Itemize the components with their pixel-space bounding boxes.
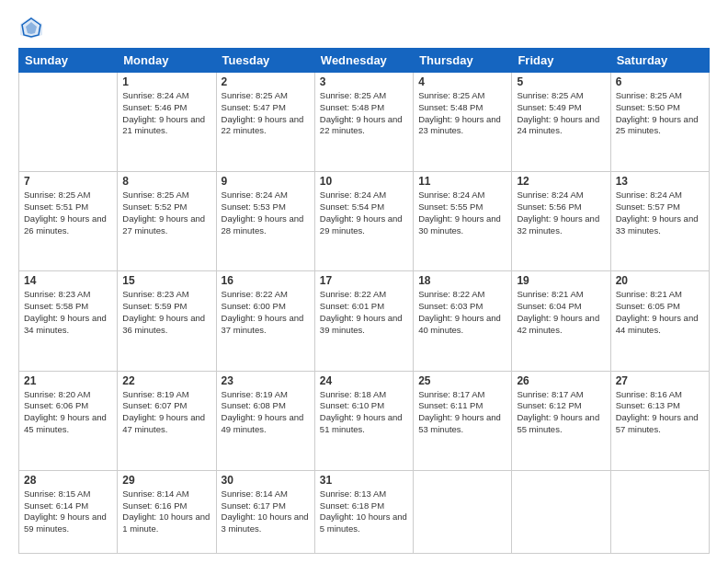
day-number: 22: [122, 374, 210, 387]
day-number: 15: [122, 274, 210, 287]
day-number: 14: [24, 274, 112, 287]
col-friday: Friday: [512, 49, 610, 73]
cell-info: Sunrise: 8:25 AMSunset: 5:51 PMDaylight:…: [24, 190, 112, 236]
day-number: 9: [222, 175, 310, 188]
calendar-cell: 13Sunrise: 8:24 AMSunset: 5:57 PMDayligh…: [610, 172, 709, 271]
cell-info: Sunrise: 8:25 AMSunset: 5:52 PMDaylight:…: [122, 190, 210, 236]
day-number: 31: [320, 474, 408, 487]
calendar-week-row: 28Sunrise: 8:15 AMSunset: 6:14 PMDayligh…: [19, 470, 710, 553]
calendar-cell: 24Sunrise: 8:18 AMSunset: 6:10 PMDayligh…: [314, 371, 413, 470]
day-number: 18: [418, 274, 506, 287]
cell-info: Sunrise: 8:19 AMSunset: 6:08 PMDaylight:…: [222, 389, 310, 436]
calendar-cell: 20Sunrise: 8:21 AMSunset: 6:05 PMDayligh…: [610, 271, 709, 371]
day-number: 16: [222, 274, 310, 287]
calendar-cell: 18Sunrise: 8:22 AMSunset: 6:03 PMDayligh…: [414, 271, 512, 371]
calendar-cell: 28Sunrise: 8:15 AMSunset: 6:14 PMDayligh…: [19, 470, 118, 553]
day-number: 2: [222, 75, 310, 88]
calendar-cell: 19Sunrise: 8:21 AMSunset: 6:04 PMDayligh…: [512, 271, 610, 371]
calendar-cell: 25Sunrise: 8:17 AMSunset: 6:11 PMDayligh…: [414, 371, 512, 470]
calendar-cell: 14Sunrise: 8:23 AMSunset: 5:58 PMDayligh…: [19, 271, 118, 371]
calendar-cell: [610, 470, 709, 553]
day-number: 13: [616, 175, 704, 188]
col-thursday: Thursday: [414, 49, 512, 73]
day-number: 30: [222, 474, 310, 487]
cell-info: Sunrise: 8:15 AMSunset: 6:14 PMDaylight:…: [24, 488, 112, 535]
calendar-cell: 21Sunrise: 8:20 AMSunset: 6:06 PMDayligh…: [19, 371, 118, 470]
calendar-cell: 6Sunrise: 8:25 AMSunset: 5:50 PMDaylight…: [610, 73, 709, 172]
calendar-week-row: 7Sunrise: 8:25 AMSunset: 5:51 PMDaylight…: [19, 172, 710, 271]
cell-info: Sunrise: 8:13 AMSunset: 6:18 PMDaylight:…: [320, 488, 408, 535]
cell-info: Sunrise: 8:24 AMSunset: 5:56 PMDaylight:…: [517, 190, 605, 236]
cell-info: Sunrise: 8:22 AMSunset: 6:03 PMDaylight:…: [418, 289, 506, 336]
calendar-cell: 8Sunrise: 8:25 AMSunset: 5:52 PMDaylight…: [118, 172, 216, 271]
logo-icon: [18, 15, 44, 40]
calendar-week-row: 14Sunrise: 8:23 AMSunset: 5:58 PMDayligh…: [19, 271, 710, 371]
cell-info: Sunrise: 8:17 AMSunset: 6:12 PMDaylight:…: [517, 389, 605, 436]
col-sunday: Sunday: [19, 49, 118, 73]
cell-info: Sunrise: 8:18 AMSunset: 6:10 PMDaylight:…: [320, 389, 408, 436]
calendar-cell: 1Sunrise: 8:24 AMSunset: 5:46 PMDaylight…: [118, 73, 216, 172]
day-number: 17: [320, 274, 408, 287]
logo: [18, 15, 48, 40]
day-number: 21: [24, 374, 112, 387]
cell-info: Sunrise: 8:24 AMSunset: 5:57 PMDaylight:…: [616, 190, 704, 236]
day-number: 6: [616, 75, 704, 88]
cell-info: Sunrise: 8:14 AMSunset: 6:17 PMDaylight:…: [222, 488, 310, 535]
calendar-cell: 11Sunrise: 8:24 AMSunset: 5:55 PMDayligh…: [414, 172, 512, 271]
day-number: 8: [122, 175, 210, 188]
calendar-week-row: 21Sunrise: 8:20 AMSunset: 6:06 PMDayligh…: [19, 371, 710, 470]
calendar-cell: 29Sunrise: 8:14 AMSunset: 6:16 PMDayligh…: [118, 470, 216, 553]
page: Sunday Monday Tuesday Wednesday Thursday…: [0, 0, 728, 563]
cell-info: Sunrise: 8:25 AMSunset: 5:48 PMDaylight:…: [320, 90, 408, 137]
day-number: 27: [616, 374, 704, 387]
day-number: 28: [24, 474, 112, 487]
col-wednesday: Wednesday: [314, 49, 413, 73]
cell-info: Sunrise: 8:22 AMSunset: 6:00 PMDaylight:…: [222, 289, 310, 336]
calendar-cell: 15Sunrise: 8:23 AMSunset: 5:59 PMDayligh…: [118, 271, 216, 371]
cell-info: Sunrise: 8:25 AMSunset: 5:48 PMDaylight:…: [418, 90, 506, 137]
cell-info: Sunrise: 8:22 AMSunset: 6:01 PMDaylight:…: [320, 289, 408, 336]
col-monday: Monday: [118, 49, 216, 73]
cell-info: Sunrise: 8:21 AMSunset: 6:05 PMDaylight:…: [616, 289, 704, 336]
calendar-cell: 30Sunrise: 8:14 AMSunset: 6:17 PMDayligh…: [216, 470, 314, 553]
calendar-cell: [512, 470, 610, 553]
header: [18, 15, 710, 40]
day-number: 24: [320, 374, 408, 387]
calendar-cell: 16Sunrise: 8:22 AMSunset: 6:00 PMDayligh…: [216, 271, 314, 371]
calendar-header-row: Sunday Monday Tuesday Wednesday Thursday…: [19, 49, 710, 73]
calendar-cell: 23Sunrise: 8:19 AMSunset: 6:08 PMDayligh…: [216, 371, 314, 470]
day-number: 4: [418, 75, 506, 88]
calendar-cell: 10Sunrise: 8:24 AMSunset: 5:54 PMDayligh…: [314, 172, 413, 271]
cell-info: Sunrise: 8:23 AMSunset: 5:59 PMDaylight:…: [122, 289, 210, 336]
calendar-table: Sunday Monday Tuesday Wednesday Thursday…: [18, 48, 710, 554]
calendar-cell: 27Sunrise: 8:16 AMSunset: 6:13 PMDayligh…: [610, 371, 709, 470]
day-number: 1: [122, 75, 210, 88]
cell-info: Sunrise: 8:20 AMSunset: 6:06 PMDaylight:…: [24, 389, 112, 436]
day-number: 29: [122, 474, 210, 487]
calendar-week-row: 1Sunrise: 8:24 AMSunset: 5:46 PMDaylight…: [19, 73, 710, 172]
cell-info: Sunrise: 8:25 AMSunset: 5:47 PMDaylight:…: [222, 90, 310, 137]
day-number: 7: [24, 175, 112, 188]
cell-info: Sunrise: 8:14 AMSunset: 6:16 PMDaylight:…: [122, 488, 210, 535]
cell-info: Sunrise: 8:19 AMSunset: 6:07 PMDaylight:…: [122, 389, 210, 436]
calendar-cell: 9Sunrise: 8:24 AMSunset: 5:53 PMDaylight…: [216, 172, 314, 271]
cell-info: Sunrise: 8:16 AMSunset: 6:13 PMDaylight:…: [616, 389, 704, 436]
cell-info: Sunrise: 8:23 AMSunset: 5:58 PMDaylight:…: [24, 289, 112, 336]
cell-info: Sunrise: 8:25 AMSunset: 5:50 PMDaylight:…: [616, 90, 704, 137]
calendar-cell: 12Sunrise: 8:24 AMSunset: 5:56 PMDayligh…: [512, 172, 610, 271]
calendar-cell: [414, 470, 512, 553]
cell-info: Sunrise: 8:17 AMSunset: 6:11 PMDaylight:…: [418, 389, 506, 436]
col-tuesday: Tuesday: [216, 49, 314, 73]
calendar-cell: 5Sunrise: 8:25 AMSunset: 5:49 PMDaylight…: [512, 73, 610, 172]
calendar-cell: 4Sunrise: 8:25 AMSunset: 5:48 PMDaylight…: [414, 73, 512, 172]
day-number: 26: [517, 374, 605, 387]
day-number: 11: [418, 175, 506, 188]
cell-info: Sunrise: 8:24 AMSunset: 5:54 PMDaylight:…: [320, 190, 408, 236]
day-number: 25: [418, 374, 506, 387]
day-number: 5: [517, 75, 605, 88]
calendar-cell: 2Sunrise: 8:25 AMSunset: 5:47 PMDaylight…: [216, 73, 314, 172]
day-number: 19: [517, 274, 605, 287]
cell-info: Sunrise: 8:24 AMSunset: 5:55 PMDaylight:…: [418, 190, 506, 236]
day-number: 3: [320, 75, 408, 88]
cell-info: Sunrise: 8:24 AMSunset: 5:53 PMDaylight:…: [222, 190, 310, 236]
